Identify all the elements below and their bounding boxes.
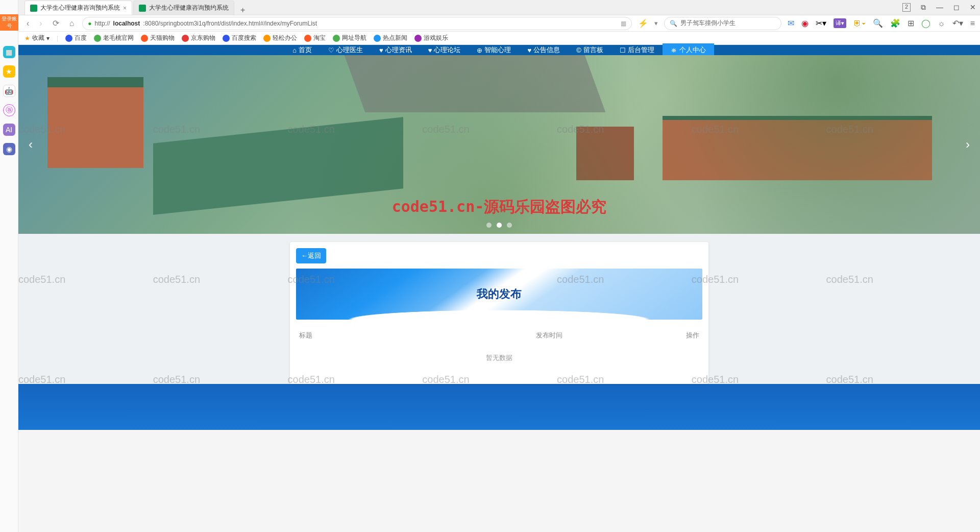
nav-forward-icon[interactable]: › bbox=[37, 19, 44, 28]
page-footer bbox=[18, 384, 980, 430]
search2-icon[interactable]: 🔍 bbox=[873, 18, 883, 28]
url-prefix: http:// bbox=[95, 20, 110, 27]
col-op: 操作 bbox=[658, 331, 699, 340]
address-bar: ‹ › ⟳ ⌂ ● http://localhost:8080/springbo… bbox=[0, 15, 980, 32]
main-nav: ⌂首页 ♡心理医生 ♥心理资讯 ♥心理论坛 ⊕智能心理 ♥公告信息 ©留言板 ☐… bbox=[18, 45, 980, 55]
card-header-banner: 我的发布 bbox=[296, 269, 702, 320]
carousel-dot[interactable] bbox=[507, 223, 512, 228]
back-button[interactable]: ←返回 bbox=[296, 248, 326, 263]
search-input[interactable]: 🔍 男子驾车撞倒小学生 bbox=[664, 17, 781, 30]
tab-2[interactable]: 大学生心理健康咨询预约系统 bbox=[133, 1, 234, 15]
sidebar-icon-ai2[interactable]: AI bbox=[3, 124, 15, 136]
lightning-icon[interactable]: ⚡ bbox=[638, 18, 648, 28]
sidebar-icon-chat[interactable]: ◉ bbox=[3, 143, 15, 155]
page-content: ⌂首页 ♡心理医生 ♥心理资讯 ♥心理论坛 ⊕智能心理 ♥公告信息 ©留言板 ☐… bbox=[18, 45, 980, 384]
window-pip-icon[interactable]: ⧉ bbox=[921, 3, 926, 12]
sidebar-icon-1[interactable]: ▦ bbox=[3, 46, 15, 58]
card-title: 我的发布 bbox=[477, 286, 522, 302]
search-placeholder: 男子驾车撞倒小学生 bbox=[680, 19, 736, 28]
bm-tmall[interactable]: 天猫购物 bbox=[141, 34, 175, 42]
url-input[interactable]: ● http://localhost:8080/springbootm3i1q/… bbox=[82, 17, 632, 30]
browser-sidebar: 登录账号 ▦ ★ 🤖 ⓐ AI ◉ bbox=[0, 0, 18, 430]
translate-icon[interactable]: ▦ bbox=[621, 20, 626, 27]
favicon-icon bbox=[139, 5, 146, 12]
bm-baidu[interactable]: 百度 bbox=[65, 34, 87, 42]
weibo-icon[interactable]: ◉ bbox=[801, 18, 808, 28]
bm-hotnews[interactable]: 热点新闻 bbox=[374, 34, 407, 42]
bm-baidusearch[interactable]: 百度搜索 bbox=[223, 34, 256, 42]
bookmarks-fav[interactable]: ★收藏 ▾ bbox=[24, 34, 50, 42]
sidebar-icon-robot[interactable]: 🤖 bbox=[3, 85, 15, 97]
carousel-next-icon[interactable]: › bbox=[961, 132, 975, 157]
col-time: 发布时间 bbox=[536, 331, 658, 340]
tab-1[interactable]: 大学生心理健康咨询预约系统 × bbox=[24, 1, 132, 15]
my-posts-card: ←返回 我的发布 标题 发布时间 操作 暂无数据 bbox=[290, 242, 708, 384]
puzzle-icon[interactable]: 🧩 bbox=[890, 18, 900, 28]
ext1-icon[interactable]: 译▾ bbox=[834, 18, 846, 28]
scissors-icon[interactable]: ✂▾ bbox=[816, 18, 826, 28]
undo-icon[interactable]: ↶▾ bbox=[952, 18, 963, 28]
tab-title: 大学生心理健康咨询预约系统 bbox=[149, 4, 229, 12]
page-body: ←返回 我的发布 标题 发布时间 操作 暂无数据 bbox=[18, 234, 980, 384]
url-host: localhost bbox=[113, 20, 140, 27]
sun-icon[interactable]: ☼ bbox=[938, 19, 945, 28]
window-badge[interactable]: 2 bbox=[902, 3, 911, 12]
login-badge[interactable]: 登录账号 bbox=[0, 14, 18, 31]
nav-back-icon[interactable]: ‹ bbox=[24, 19, 31, 28]
window-minimize-icon[interactable]: — bbox=[936, 3, 943, 12]
apps-icon[interactable]: ⊞ bbox=[908, 18, 914, 28]
carousel-dot[interactable] bbox=[486, 223, 492, 228]
mail-icon[interactable]: ✉ bbox=[788, 18, 794, 28]
search-icon: 🔍 bbox=[670, 20, 677, 27]
bm-laomaotao[interactable]: 老毛桃官网 bbox=[94, 34, 134, 42]
tab-add-button[interactable]: + bbox=[235, 6, 250, 15]
carousel-dots bbox=[486, 223, 512, 228]
nav-reload-icon[interactable]: ⟳ bbox=[51, 18, 61, 28]
tabs-bar: 大学生心理健康咨询预约系统 × 大学生心理健康咨询预约系统 + 2 ⧉ — ◻ … bbox=[0, 0, 980, 15]
dropdown-icon[interactable]: ▾ bbox=[654, 19, 658, 27]
table-empty: 暂无数据 bbox=[296, 345, 702, 378]
lock-icon: ● bbox=[88, 20, 91, 27]
tab-close-icon[interactable]: × bbox=[123, 5, 127, 12]
bm-qingsong[interactable]: 轻松办公 bbox=[263, 34, 297, 42]
bm-games[interactable]: 游戏娱乐 bbox=[414, 34, 448, 42]
sidebar-icon-ai1[interactable]: ⓐ bbox=[3, 104, 15, 116]
col-title: 标题 bbox=[299, 331, 536, 340]
nav-home-icon[interactable]: ⌂ bbox=[67, 19, 77, 28]
posts-table: 标题 发布时间 操作 暂无数据 bbox=[296, 326, 702, 378]
toolbar-icons: ✉ ◉ ✂▾ 译▾ ⛨▾ 🔍 🧩 ⊞ ◯ ☼ ↶▾ ≡ bbox=[788, 18, 975, 28]
favicon-icon bbox=[30, 5, 37, 12]
menu-icon[interactable]: ≡ bbox=[970, 19, 975, 28]
sidebar-icon-star[interactable]: ★ bbox=[3, 65, 15, 78]
circle-icon[interactable]: ◯ bbox=[921, 18, 930, 28]
window-controls: 2 ⧉ — ◻ ✕ bbox=[902, 3, 976, 12]
url-path: :8080/springbootm3i1q/front/dist/index.h… bbox=[143, 20, 317, 27]
shield-icon[interactable]: ⛨▾ bbox=[853, 19, 866, 28]
bm-taobao[interactable]: 淘宝 bbox=[304, 34, 326, 42]
table-header: 标题 发布时间 操作 bbox=[296, 326, 702, 345]
carousel-banner: ‹ › code51.cn-源码乐园盗图必究 bbox=[18, 55, 980, 234]
watermark-text: code51.cn-源码乐园盗图必究 bbox=[392, 197, 607, 217]
carousel-prev-icon[interactable]: ‹ bbox=[23, 132, 38, 157]
bm-nav[interactable]: 网址导航 bbox=[333, 34, 366, 42]
bm-jd[interactable]: 京东购物 bbox=[182, 34, 215, 42]
window-close-icon[interactable]: ✕ bbox=[970, 3, 976, 12]
carousel-dot[interactable] bbox=[497, 223, 502, 228]
tab-title: 大学生心理健康咨询预约系统 bbox=[40, 4, 120, 12]
window-maximize-icon[interactable]: ◻ bbox=[953, 3, 960, 12]
